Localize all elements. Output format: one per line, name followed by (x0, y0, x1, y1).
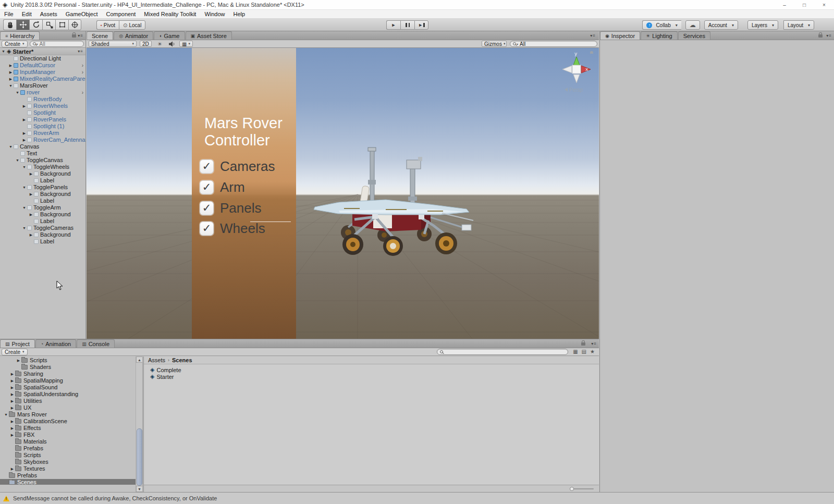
expand-arrow-icon[interactable]: ▶ (8, 76, 14, 82)
project-tree-item[interactable]: ▼ Mars Rover (0, 411, 136, 418)
hierarchy-item[interactable]: ▶ RoverPanels (0, 116, 85, 123)
view-tab[interactable]: ◔ Animation (35, 339, 76, 348)
menu-item[interactable]: Help (229, 11, 250, 17)
asset-item[interactable]: ◈ Starter (144, 373, 599, 380)
slider-knob[interactable] (570, 487, 574, 491)
hierarchy-item[interactable]: ▼ ToggleArm (0, 204, 85, 211)
draw-mode-dropdown[interactable]: Shaded (89, 41, 137, 47)
prefab-chevron-icon[interactable]: › (82, 89, 83, 96)
hierarchy-item[interactable]: ▼ ToggleCanvas (0, 157, 85, 164)
project-tree-item[interactable]: ▶ CalibrationScene (0, 418, 136, 425)
menu-item[interactable]: Assets (36, 11, 62, 17)
project-tree-item[interactable]: Scenes (0, 479, 136, 485)
expand-arrow-icon[interactable]: ▶ (9, 432, 15, 438)
cloud-button[interactable]: ☁ (685, 20, 700, 30)
foldout-icon[interactable]: ▼ (2, 50, 7, 53)
expand-arrow-icon[interactable]: ▶ (21, 130, 27, 137)
expand-arrow-icon[interactable]: ▼ (21, 225, 27, 231)
view-tab[interactable]: ▥ Console (77, 339, 115, 348)
project-tree-item[interactable]: ▶ Sharing (0, 371, 136, 377)
hierarchy-item[interactable]: RoverBody (0, 96, 85, 103)
expand-arrow-icon[interactable]: ▶ (9, 377, 15, 384)
icon-size-slider[interactable] (571, 488, 594, 489)
menu-item[interactable]: Window (200, 11, 229, 17)
prefab-chevron-icon[interactable]: › (82, 62, 83, 69)
expand-arrow-icon[interactable]: ▶ (28, 170, 34, 177)
project-create-button[interactable]: Create (2, 349, 28, 355)
view-tab[interactable]: ◖ Game (154, 31, 185, 40)
expand-arrow-icon[interactable]: ▶ (21, 137, 27, 143)
mars-rover-model[interactable] (308, 141, 480, 256)
pane-options-icon[interactable] (78, 33, 83, 38)
expand-arrow-icon[interactable]: ▼ (21, 204, 27, 211)
expand-arrow-icon[interactable]: ▶ (16, 357, 21, 364)
minimize-button[interactable]: – (775, 0, 794, 10)
hierarchy-item[interactable]: ▶ Background (0, 211, 85, 218)
expand-arrow-icon[interactable]: ▶ (28, 231, 34, 238)
scene-viewport[interactable]: Mars Rover Controller Cameras Arm (87, 48, 599, 339)
project-tree-item[interactable]: Prefabs (0, 472, 136, 479)
project-tree-item[interactable]: Prefabs (0, 445, 136, 452)
hierarchy-item[interactable]: ▶ InputManager › (0, 69, 85, 76)
project-search-input[interactable] (437, 349, 568, 355)
move-tool-button[interactable] (16, 19, 29, 30)
tab-hierarchy[interactable]: ≡ Hierarchy (0, 31, 40, 40)
expand-arrow-icon[interactable]: ▼ (3, 411, 9, 418)
checkbox-checked-icon[interactable] (200, 222, 214, 236)
search-by-label-icon[interactable]: ▤ (582, 349, 586, 354)
rotate-tool-button[interactable] (29, 19, 42, 30)
scrollbar-thumb[interactable] (137, 428, 142, 486)
expand-arrow-icon[interactable]: ▼ (21, 184, 27, 191)
expand-arrow-icon[interactable]: ▶ (9, 404, 15, 411)
hierarchy-item[interactable]: Spotlight (0, 109, 85, 116)
expand-arrow-icon[interactable]: ▶ (28, 191, 34, 198)
menu-item[interactable]: GameObject (62, 11, 102, 17)
hierarchy-item[interactable]: ▶ Background (0, 231, 85, 238)
hierarchy-item[interactable]: ▼ ToggleWheels (0, 164, 85, 170)
hierarchy-item[interactable]: ▶ RoverCam_Antenna (0, 137, 85, 143)
lock-icon[interactable] (581, 342, 585, 346)
hierarchy-search-input[interactable]: ▾ All (30, 41, 84, 47)
hierarchy-item[interactable]: ▶ DefaultCursor › (0, 62, 85, 69)
scene-orientation-gizmo[interactable]: y x Persp (558, 50, 595, 97)
view-tab[interactable]: ▤ Project (0, 339, 35, 348)
hierarchy-item[interactable]: ▶ RoverWheels (0, 103, 85, 109)
scene-options-icon[interactable] (78, 49, 83, 54)
hierarchy-item[interactable]: ▼ Canvas (0, 143, 85, 150)
hierarchy-item[interactable]: ▼ ToggleCameras (0, 225, 85, 231)
search-by-type-icon[interactable]: ▦ (573, 349, 578, 354)
project-tree-item[interactable]: ▶ Utilities (0, 398, 136, 404)
expand-arrow-icon[interactable]: ▶ (9, 465, 15, 472)
account-dropdown[interactable]: Account (704, 20, 738, 30)
expand-arrow-icon[interactable]: ▶ (21, 116, 27, 123)
hierarchy-item[interactable]: Directional Light (0, 55, 85, 62)
expand-arrow-icon[interactable]: ▼ (8, 143, 14, 150)
hierarchy-item[interactable]: Label (0, 238, 85, 245)
hierarchy-create-button[interactable]: Create (2, 41, 28, 47)
effects-dropdown[interactable]: ▦▾ (179, 41, 193, 47)
menu-item[interactable]: Mixed Reality Toolkit (140, 11, 200, 17)
hierarchy-item[interactable]: ▼ TogglePanels (0, 184, 85, 191)
maximize-button[interactable]: □ (794, 0, 814, 10)
layers-dropdown[interactable]: Layers (747, 20, 778, 30)
expand-arrow-icon[interactable]: ▼ (8, 82, 14, 89)
scale-tool-button[interactable] (42, 19, 55, 30)
pane-options-icon[interactable] (591, 341, 597, 346)
view-tab[interactable]: ☀ Lighting (641, 31, 678, 40)
scene-search-input[interactable]: ▾ All (510, 41, 597, 47)
checkbox-checked-icon[interactable] (200, 180, 214, 194)
2d-toggle-button[interactable]: 2D (140, 41, 152, 47)
persp-toggle[interactable]: Persp (565, 87, 583, 93)
transform-tool-button[interactable] (68, 19, 81, 30)
rect-tool-button[interactable] (55, 19, 68, 30)
breadcrumb-current[interactable]: Scenes (172, 357, 192, 363)
audio-toggle-button[interactable] (169, 41, 175, 47)
expand-arrow-icon[interactable]: ▶ (9, 371, 15, 377)
expand-arrow-icon[interactable]: ▼ (21, 164, 27, 170)
breadcrumb-root[interactable]: Assets (148, 357, 165, 363)
asset-item[interactable]: ◈ Complete (144, 366, 599, 373)
hand-tool-button[interactable] (3, 19, 16, 30)
hierarchy-item[interactable]: Label (0, 198, 85, 204)
project-tree-item[interactable]: ▶ Scripts (0, 357, 136, 364)
expand-arrow-icon[interactable]: ▶ (9, 418, 15, 425)
